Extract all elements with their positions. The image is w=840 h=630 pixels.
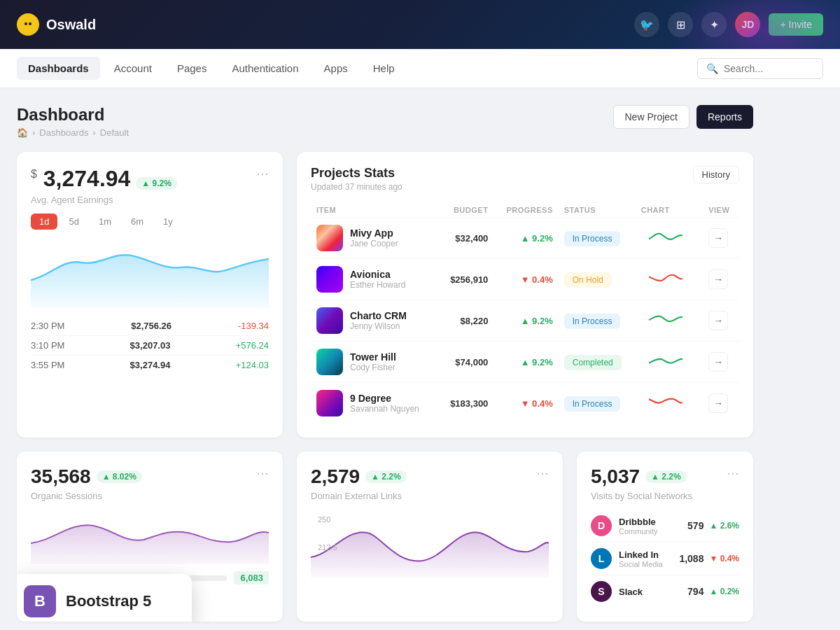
external-more-button[interactable]: ⋯ (536, 465, 549, 481)
earnings-header: $ 3,274.94 ▲ 9.2% Avg. Agent Earnings ⋯ (31, 166, 269, 205)
currency-symbol: $ (31, 168, 37, 180)
time-filter-5d[interactable]: 5d (60, 214, 87, 230)
project-thumb (316, 349, 343, 375)
social-type: Community (619, 527, 687, 536)
nav-item-apps[interactable]: Apps (313, 57, 359, 80)
time-0: 2:30 PM (31, 321, 64, 331)
social-more-button[interactable]: ⋯ (727, 465, 739, 481)
breadcrumb-dashboards: Dashboards (39, 127, 88, 138)
view-project-button[interactable]: → (708, 393, 728, 413)
social-items: D Dribbble Community 579 ▲ 2.6% L Linked… (591, 510, 739, 608)
change-0: -139.34 (238, 321, 269, 331)
earnings-subtitle: Avg. Agent Earnings (31, 195, 177, 205)
social-name: Slack (619, 587, 687, 597)
change-1: +576.24 (236, 340, 269, 351)
col-chart: CHART (636, 203, 703, 218)
svg-text:250: 250 (318, 515, 330, 524)
project-owner: Cody Fisher (350, 363, 396, 372)
social-info: Dribbble Community (619, 517, 687, 536)
project-thumb (316, 307, 343, 334)
project-chart (636, 383, 703, 424)
page-header: Dashboard 🏠 › Dashboards › Default New P… (17, 105, 753, 138)
bird-icon-btn[interactable]: 🐦 (634, 12, 659, 37)
home-icon: 🏠 (17, 127, 28, 138)
svg-text:212.5: 212.5 (318, 543, 337, 552)
project-thumb (316, 266, 343, 293)
project-budget: $8,220 (439, 300, 494, 342)
social-count: 794 (687, 586, 704, 597)
data-rows: 2:30 PM $2,756.26 -139.34 3:10 PM $3,207… (31, 316, 269, 374)
time-1: 3:10 PM (31, 340, 64, 351)
social-card: 5,037 ▲ 2.2% Visits by Social Networks ⋯… (577, 451, 753, 622)
social-name: Dribbble (619, 517, 687, 527)
time-filter-1d[interactable]: 1d (31, 214, 57, 230)
svg-point-0 (22, 19, 34, 30)
social-value: 5,037 (591, 465, 640, 488)
screen-icon-btn[interactable]: ⊞ (668, 12, 693, 37)
social-item: D Dribbble Community 579 ▲ 2.6% (591, 510, 739, 542)
project-chart (636, 259, 703, 300)
project-thumb (316, 225, 343, 251)
social-change: ▲ 0.2% (709, 587, 739, 596)
invite-button[interactable]: + Invite (769, 13, 823, 36)
social-type: Social Media (619, 560, 679, 568)
avatar[interactable]: JD (735, 12, 760, 37)
project-budget: $74,000 (439, 342, 494, 383)
social-icon: L (591, 548, 612, 569)
external-links-card: 2,579 ▲ 2.2% Domain External Links ⋯ (297, 451, 563, 622)
organic-value: 35,568 (31, 465, 91, 488)
external-subtitle: Domain External Links (311, 491, 407, 501)
organic-more-button[interactable]: ⋯ (256, 465, 269, 481)
earnings-card: $ 3,274.94 ▲ 9.2% Avg. Agent Earnings ⋯ … (17, 152, 283, 438)
nav-item-dashboards[interactable]: Dashboards (17, 57, 100, 80)
time-filter-1y[interactable]: 1y (155, 214, 181, 230)
nav-item-pages[interactable]: Pages (166, 57, 218, 80)
projects-table: ITEM BUDGET PROGRESS STATUS CHART VIEW M… (311, 203, 739, 424)
top-bar-actions: 🐦 ⊞ ✦ JD + Invite (634, 12, 823, 37)
organic-card: 35,568 ▲ 8.02% Organic Sessions ⋯ (17, 451, 283, 622)
nav-item-authentication[interactable]: Authentication (220, 57, 309, 80)
search-input[interactable] (724, 63, 814, 74)
time-2: 3:55 PM (31, 360, 64, 370)
time-filter-6m[interactable]: 6m (122, 214, 152, 230)
external-chart: 250 212.5 (311, 508, 549, 578)
projects-title-area: Projects Stats Updated 37 minutes ago (311, 166, 402, 192)
projects-title: Projects Stats (311, 166, 402, 181)
nav-item-help[interactable]: Help (362, 57, 406, 80)
organic-info: 35,568 ▲ 8.02% Organic Sessions (31, 465, 142, 501)
search-container: 🔍 (697, 58, 823, 79)
projects-header: Projects Stats Updated 37 minutes ago Hi… (311, 166, 739, 192)
social-icon: D (591, 515, 612, 536)
logo-area: Oswald (17, 13, 634, 36)
history-button[interactable]: History (693, 166, 739, 183)
table-row: Tower Hill Cody Fisher $74,000 ▲ 9.2% Co… (311, 342, 739, 383)
top-bar: Oswald 🐦 ⊞ ✦ JD + Invite (0, 0, 840, 49)
earnings-info: $ 3,274.94 ▲ 9.2% Avg. Agent Earnings (31, 166, 177, 205)
nav-item-account[interactable]: Account (103, 57, 163, 80)
project-name: 9 Degree (350, 393, 419, 404)
view-project-button[interactable]: → (708, 270, 728, 289)
view-project-button[interactable]: → (708, 311, 728, 330)
more-button[interactable]: ⋯ (256, 166, 269, 181)
organic-badge: ▲ 8.02% (97, 470, 142, 483)
project-owner: Savannah Nguyen (350, 404, 419, 414)
new-project-button[interactable]: New Project (613, 105, 690, 129)
social-badge: ▲ 2.2% (645, 470, 687, 483)
social-info: Linked In Social Media (619, 550, 679, 568)
share-icon-btn[interactable]: ✦ (701, 12, 727, 37)
page-title: Dashboard (17, 105, 129, 125)
project-chart (636, 218, 703, 259)
col-progress: PROGRESS (493, 203, 558, 218)
app-name: Oswald (46, 17, 96, 33)
status-badge: On Hold (564, 272, 612, 288)
view-project-button[interactable]: → (708, 228, 728, 248)
view-project-button[interactable]: → (708, 352, 728, 372)
cards-row-top: $ 3,274.94 ▲ 9.2% Avg. Agent Earnings ⋯ … (17, 152, 753, 438)
project-name: Avionica (350, 269, 405, 280)
time-filter-1m[interactable]: 1m (90, 214, 120, 230)
reports-button[interactable]: Reports (696, 105, 753, 129)
social-change: ▼ 0.4% (709, 554, 739, 564)
table-row: Avionica Esther Howard $256,910 ▼ 0.4% O… (311, 259, 739, 300)
social-item: S Slack 794 ▲ 0.2% (591, 575, 739, 608)
col-view: VIEW (703, 203, 739, 218)
